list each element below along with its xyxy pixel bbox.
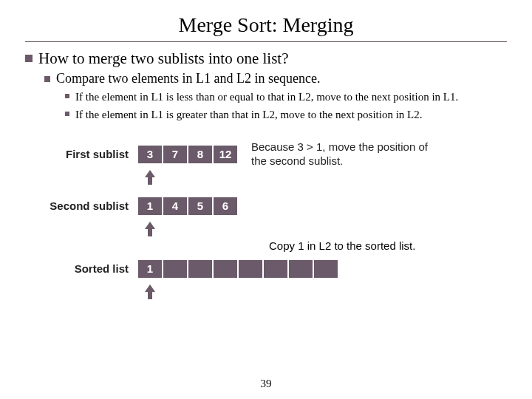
up-arrow-icon (137, 170, 163, 185)
bullet-level-1: Compare two elements in L1 and L2 in seq… (44, 71, 507, 86)
array-diagram: First sublist 3 7 8 12 Because 3 > 1, mo… (25, 143, 507, 302)
bullet-square-icon (44, 76, 50, 82)
array-cell (238, 259, 263, 279)
array-cell (163, 259, 188, 279)
array-cell (213, 259, 238, 279)
sorted-list-row: Sorted list 1 (25, 258, 507, 280)
bullet-level-2: If the element in L1 is less than or equ… (65, 89, 507, 104)
up-arrow-icon (137, 284, 163, 299)
arrow-row-second (25, 222, 507, 239)
bullet-text: If the element in L1 is greater than tha… (75, 107, 422, 122)
array-cell: 12 (213, 145, 238, 164)
array-cell: 4 (163, 197, 188, 216)
array-cell (263, 259, 288, 279)
array-cell (288, 259, 313, 279)
bullet-square-icon (65, 94, 69, 98)
array-cell: 5 (188, 197, 213, 216)
title-rule (25, 41, 507, 42)
bullet-level-0: How to merge two sublists into one list? (25, 50, 507, 68)
array-cell: 1 (137, 259, 163, 279)
bullet-level-2: If the element in L1 is greater than tha… (65, 107, 507, 122)
up-arrow-icon (137, 222, 163, 236)
second-sublist-row: Second sublist 1 4 5 6 (25, 195, 507, 217)
page-number: 39 (0, 378, 532, 390)
array-cell: 7 (163, 145, 188, 164)
svg-marker-0 (145, 170, 155, 185)
array-cell (188, 259, 213, 279)
bullet-text: How to merge two sublists into one list? (38, 50, 289, 68)
first-sublist-row: First sublist 3 7 8 12 Because 3 > 1, mo… (25, 143, 507, 166)
first-sublist-label: First sublist (25, 148, 137, 160)
slide-title: Merge Sort: Merging (25, 13, 507, 37)
bullet-text: If the element in L1 is less than or equ… (75, 89, 458, 104)
sorted-list-label: Sorted list (25, 262, 137, 275)
array-cell: 1 (137, 197, 163, 216)
array-cell: 3 (137, 145, 163, 164)
second-sublist-label: Second sublist (25, 200, 137, 212)
arrow-row-first (25, 170, 507, 188)
note-copy: Copy 1 in L2 to the sorted list. (269, 239, 507, 252)
array-cell: 6 (213, 197, 238, 216)
bullet-text: Compare two elements in L1 and L2 in seq… (56, 71, 320, 86)
array-cell: 8 (188, 145, 213, 164)
svg-marker-2 (145, 284, 155, 299)
note-first: Because 3 > 1, move the position of the … (251, 140, 436, 168)
arrow-row-sorted (25, 284, 507, 302)
bullet-square-icon (25, 55, 33, 62)
svg-marker-1 (145, 222, 155, 236)
bullet-square-icon (65, 112, 69, 116)
array-cell (313, 259, 338, 279)
